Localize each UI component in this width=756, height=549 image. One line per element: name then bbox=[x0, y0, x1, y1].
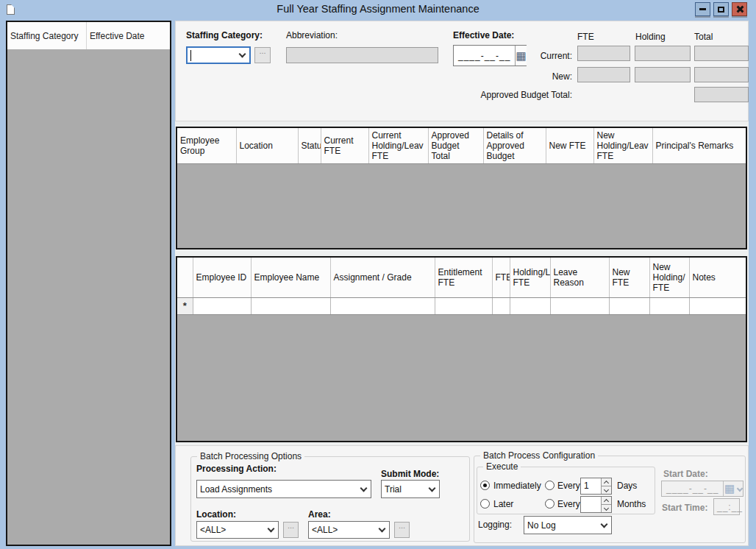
logging-combo[interactable]: No Log bbox=[524, 516, 612, 534]
column-header[interactable]: New Holding/ FTE bbox=[649, 258, 689, 297]
spin-up-icon[interactable] bbox=[602, 497, 611, 504]
close-icon bbox=[735, 5, 743, 13]
submit-mode-combo[interactable]: Trial bbox=[381, 480, 440, 498]
column-header[interactable]: Leave Reason bbox=[550, 258, 609, 297]
every-months-radio[interactable] bbox=[545, 499, 554, 509]
column-header-staffing-category[interactable]: Staffing Category bbox=[7, 22, 87, 49]
current-total-field bbox=[694, 46, 749, 61]
new-row[interactable]: * bbox=[177, 297, 746, 314]
months-label: Months bbox=[617, 499, 646, 509]
group-title: Batch Process Configuration bbox=[480, 450, 598, 461]
location-browse-button[interactable]: ... bbox=[283, 522, 299, 538]
summary-grid[interactable]: Employee Group Location Statu Current FT… bbox=[176, 127, 747, 249]
chevron-down-icon bbox=[429, 484, 436, 492]
summary-grid-header: Employee Group Location Statu Current FT… bbox=[177, 128, 746, 164]
column-header[interactable]: New FTE bbox=[546, 128, 593, 163]
area-browse-button[interactable]: ... bbox=[394, 522, 410, 538]
window-title: Full Year Staffing Assignment Maintenanc… bbox=[0, 3, 756, 15]
text-caret bbox=[190, 50, 191, 61]
staffing-category-list[interactable]: Staffing Category Effective Date bbox=[6, 21, 171, 546]
grid-cell[interactable] bbox=[550, 297, 609, 314]
chevron-down-icon bbox=[601, 520, 608, 528]
spin-down-icon[interactable] bbox=[602, 486, 611, 494]
effective-date-label: Effective Date: bbox=[453, 30, 514, 40]
new-row-marker: * bbox=[177, 297, 193, 314]
column-header[interactable]: Approved Budget Total bbox=[428, 128, 483, 163]
calendar-icon: ▦ bbox=[724, 482, 735, 495]
grid-cell[interactable] bbox=[609, 297, 649, 314]
grid-cell[interactable] bbox=[435, 297, 492, 314]
staffing-category-combo[interactable] bbox=[186, 46, 251, 64]
maximize-button[interactable] bbox=[713, 2, 729, 16]
batch-panel: Batch Processing Options Processing Acti… bbox=[175, 445, 749, 546]
column-header[interactable]: Principal's Remarks bbox=[652, 128, 746, 163]
column-header[interactable]: Assignment / Grade bbox=[330, 258, 435, 297]
days-spinner-value[interactable]: 1 bbox=[581, 478, 601, 494]
grid-cell[interactable] bbox=[193, 297, 251, 314]
new-holding-field bbox=[635, 67, 691, 82]
column-header[interactable]: Current Holding/Leav FTE bbox=[368, 128, 428, 163]
column-header[interactable]: Employee Name bbox=[251, 258, 330, 297]
header-form: Staffing Category: ... Abbreviation: Eff… bbox=[175, 21, 749, 121]
titlebar[interactable]: Full Year Staffing Assignment Maintenanc… bbox=[0, 0, 756, 21]
minimize-icon bbox=[699, 8, 706, 10]
column-header[interactable]: New FTE bbox=[609, 258, 649, 297]
abbreviation-label: Abbreviation: bbox=[286, 30, 338, 40]
column-header[interactable]: Current FTE bbox=[321, 128, 368, 163]
column-header[interactable]: Statu bbox=[298, 128, 321, 163]
new-total-field bbox=[694, 67, 749, 82]
months-spinner[interactable] bbox=[580, 496, 612, 513]
grid-cell[interactable] bbox=[689, 297, 746, 314]
staffing-category-browse-button[interactable]: ... bbox=[254, 47, 271, 63]
area-label: Area: bbox=[308, 509, 331, 520]
grid-cell[interactable] bbox=[330, 297, 435, 314]
column-header[interactable]: Notes bbox=[689, 258, 746, 297]
column-header[interactable]: Employee ID bbox=[193, 258, 251, 297]
start-date-field: ____-__-__ ▦ bbox=[661, 481, 743, 497]
grid-cell[interactable] bbox=[649, 297, 689, 314]
immediately-radio[interactable] bbox=[480, 481, 490, 490]
column-header[interactable]: Entitlement FTE bbox=[435, 258, 492, 297]
grid-cell[interactable] bbox=[492, 297, 510, 314]
chevron-down-icon bbox=[360, 484, 368, 492]
area-value: <ALL> bbox=[312, 525, 338, 535]
column-header-effective-date[interactable]: Effective Date bbox=[87, 22, 170, 49]
group-title: Execute bbox=[483, 461, 521, 472]
processing-action-combo[interactable]: Load Assignments bbox=[196, 480, 371, 498]
start-time-field: __:__ bbox=[713, 498, 740, 515]
close-button[interactable] bbox=[732, 2, 747, 16]
chevron-down-icon bbox=[379, 525, 386, 533]
every-days-radio[interactable] bbox=[545, 481, 554, 490]
column-header[interactable]: New Holding/Leav FTE bbox=[593, 128, 652, 163]
column-header[interactable]: Details of Approved Budget bbox=[483, 128, 546, 163]
start-date-calendar-button: ▦ bbox=[723, 481, 743, 496]
location-combo[interactable]: <ALL> bbox=[196, 521, 279, 539]
spin-down-icon[interactable] bbox=[602, 504, 611, 512]
grid-cell[interactable] bbox=[251, 297, 330, 314]
current-fte-field bbox=[577, 46, 630, 61]
start-time-mask: __:__ bbox=[714, 499, 746, 514]
spin-up-icon[interactable] bbox=[602, 478, 611, 486]
months-spinner-value[interactable] bbox=[581, 497, 601, 512]
effective-date-mask[interactable]: ____-__-__ bbox=[454, 46, 515, 65]
later-radio[interactable] bbox=[480, 499, 490, 509]
later-label: Later bbox=[493, 499, 513, 509]
app-window: Full Year Staffing Assignment Maintenanc… bbox=[0, 0, 756, 549]
new-label: New: bbox=[510, 71, 572, 82]
detail-grid[interactable]: Employee ID Employee Name Assignment / G… bbox=[176, 256, 747, 442]
every-days-label: Every bbox=[557, 481, 580, 491]
days-label: Days bbox=[617, 481, 637, 491]
column-header[interactable]: Holding/L FTE bbox=[510, 258, 550, 297]
row-selector-header bbox=[177, 258, 193, 297]
column-header[interactable]: Location bbox=[236, 128, 298, 163]
start-date-mask: ____-__-__ bbox=[662, 481, 723, 496]
column-header[interactable]: Employee Group bbox=[177, 128, 236, 163]
area-combo[interactable]: <ALL> bbox=[308, 521, 390, 539]
days-spinner[interactable]: 1 bbox=[580, 478, 612, 495]
minimize-button[interactable] bbox=[695, 2, 710, 16]
chevron-down-icon bbox=[737, 486, 743, 492]
start-time-label: Start Time: bbox=[662, 503, 707, 513]
column-header[interactable]: FTE bbox=[492, 258, 510, 297]
holding-column-label: Holding bbox=[635, 32, 666, 42]
grid-cell[interactable] bbox=[510, 297, 550, 314]
